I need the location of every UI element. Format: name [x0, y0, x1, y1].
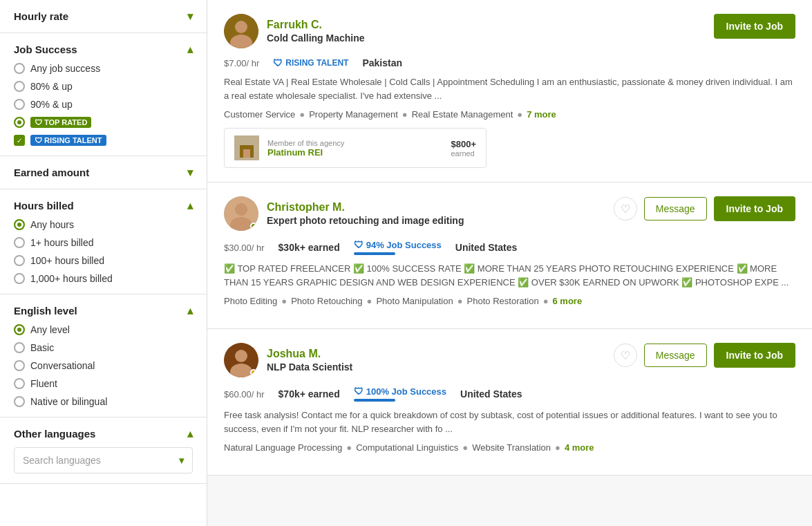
shield-icon-rising: 🛡 [35, 136, 42, 144]
sidebar: Hourly rate ▾ Job Success ▴ Any job succ… [0, 0, 207, 526]
job-success-90[interactable]: 90% & up [14, 99, 193, 110]
english-conv-label: Conversational [30, 360, 95, 371]
english-header[interactable]: English level ▴ [14, 304, 193, 317]
dot3: ● [517, 109, 522, 120]
farrukh-invite-button[interactable]: Invite to Job [714, 14, 795, 39]
farrukh-actions: Invite to Job [714, 14, 795, 39]
farrukh-title: Cold Calling Machine [267, 32, 365, 44]
sidebar-section-job-success: Job Success ▴ Any job success 80% & up 9… [0, 33, 207, 156]
christopher-rate: $30.00/ hr [224, 241, 265, 253]
radio-any-job-success [14, 63, 25, 74]
dot1: ● [299, 109, 305, 120]
hours-any[interactable]: Any hours [14, 219, 193, 230]
joshua-invite-button[interactable]: Invite to Job [714, 343, 795, 368]
hourly-rate-title: Hourly rate [14, 10, 68, 22]
dot-j2: ● [462, 442, 468, 453]
agency-earned-label: earned [451, 149, 476, 158]
christopher-info: Christopher M. Expert photo retouching a… [267, 201, 464, 226]
joshua-skills-more[interactable]: 4 more [565, 442, 594, 453]
english-any[interactable]: Any level [14, 324, 193, 335]
farrukh-agency-box: Member of this agency Platinum REI $800+… [224, 128, 487, 168]
joshua-description: Free task analysis! Contact me for a qui… [224, 408, 795, 435]
job-success-chevron: ▴ [187, 43, 193, 56]
farrukh-info: Farrukh C. Cold Calling Machine [267, 19, 365, 44]
radio-english-conv [14, 360, 25, 371]
skill-photo-retouching: Photo Retouching [291, 296, 362, 306]
job-success-header[interactable]: Job Success ▴ [14, 43, 193, 56]
farrukh-description: Real Estate VA | Real Estate Wholesale |… [224, 75, 795, 102]
agency-name[interactable]: Platinum REI [267, 147, 442, 158]
hours-billed-options: Any hours 1+ hours billed 100+ hours bil… [14, 219, 193, 284]
avatar-svg [224, 14, 258, 48]
shield-icon-farrukh: 🛡 [273, 57, 283, 68]
joshua-name[interactable]: Joshua M. [267, 348, 352, 360]
english-native-label: Native or bilingual [30, 396, 107, 407]
christopher-skills-more[interactable]: 6 more [553, 296, 583, 306]
job-success-80[interactable]: 80% & up [14, 81, 193, 92]
search-languages-text: Search languages [23, 455, 101, 466]
farrukh-identity: Farrukh C. Cold Calling Machine [224, 14, 365, 48]
english-fluent[interactable]: Fluent [14, 378, 193, 389]
hours-any-label: Any hours [30, 219, 74, 230]
joshua-job-success: 🛡 100% Job Success [354, 386, 446, 397]
christopher-earned: $30k+ earned [278, 242, 340, 253]
rising-talent-badge: 🛡 RISING TALENT [30, 135, 106, 146]
christopher-name[interactable]: Christopher M. [267, 201, 464, 214]
joshua-identity: Joshua M. NLP Data Scientist [224, 343, 352, 377]
farrukh-avatar [224, 14, 258, 48]
christopher-online-dot [250, 223, 257, 229]
hours-billed-header[interactable]: Hours billed ▴ [14, 199, 193, 212]
radio-english-basic [14, 342, 25, 353]
christopher-message-button[interactable]: Message [644, 197, 707, 220]
svg-point-7 [235, 203, 247, 216]
joshua-message-button[interactable]: Message [644, 344, 707, 367]
radio-any-label: Any job success [30, 63, 100, 74]
farrukh-meta: $7.00/ hr 🛡 RISING TALENT Pakistan [224, 57, 795, 68]
hours-1plus[interactable]: 1+ hours billed [14, 237, 193, 248]
hours-100plus[interactable]: 100+ hours billed [14, 255, 193, 266]
job-success-top-rated[interactable]: 🛡 TOP RATED [14, 117, 193, 128]
dot-j3: ● [555, 442, 560, 453]
farrukh-skills-more[interactable]: 7 more [527, 109, 556, 120]
sidebar-section-english: English level ▴ Any level Basic Conversa… [0, 294, 207, 417]
christopher-heart-button[interactable]: ♡ [614, 197, 637, 220]
hours-1000plus[interactable]: 1,000+ hours billed [14, 273, 193, 284]
hours-billed-title: Hours billed [14, 200, 74, 212]
hourly-rate-header[interactable]: Hourly rate ▾ [14, 10, 193, 23]
skill-nlp: Natural Language Processing [224, 442, 342, 453]
joshua-location: United States [460, 388, 522, 400]
search-languages-dropdown[interactable]: Search languages ▾ [14, 447, 193, 473]
joshua-info: Joshua M. NLP Data Scientist [267, 348, 352, 373]
shield-icon-top: 🛡 [35, 118, 42, 126]
top-rated-label: TOP RATED [44, 118, 87, 126]
top-rated-badge: 🛡 TOP RATED [30, 117, 91, 128]
radio-english-native [14, 396, 25, 407]
agency-info: Member of this agency Platinum REI [267, 139, 442, 158]
joshua-heart-button[interactable]: ♡ [614, 344, 637, 367]
english-any-label: Any level [30, 324, 70, 335]
farrukh-name[interactable]: Farrukh C. [267, 19, 365, 31]
english-conversational[interactable]: Conversational [14, 360, 193, 371]
joshua-earned: $70k+ earned [278, 388, 340, 400]
main-content: Farrukh C. Cold Calling Machine Invite t… [207, 0, 812, 526]
english-native[interactable]: Native or bilingual [14, 396, 193, 407]
skill-real-estate-management: Real Estate Management [412, 109, 513, 120]
christopher-invite-button[interactable]: Invite to Job [714, 196, 795, 221]
christopher-identity: Christopher M. Expert photo retouching a… [224, 196, 464, 231]
shield-icon-christopher: 🛡 [354, 239, 363, 250]
radio-hours-1000plus [14, 273, 25, 284]
agency-earned-section: $800+ earned [451, 139, 476, 158]
agency-thumb-img [234, 135, 259, 160]
radio-hours-any [14, 219, 25, 230]
svg-point-1 [235, 21, 247, 33]
job-success-any[interactable]: Any job success [14, 63, 193, 74]
skill-photo-editing: Photo Editing [224, 296, 277, 306]
rising-talent-label: RISING TALENT [44, 136, 102, 144]
english-basic[interactable]: Basic [14, 342, 193, 353]
dot-c3: ● [457, 296, 463, 306]
agency-earned-value: $800+ [451, 139, 476, 149]
earned-header[interactable]: Earned amount ▾ [14, 166, 193, 179]
job-success-rising-talent[interactable]: ✓ 🛡 RISING TALENT [14, 135, 193, 146]
christopher-job-success: 🛡 94% Job Success [354, 239, 442, 250]
languages-header[interactable]: Other languages ▴ [14, 427, 193, 440]
